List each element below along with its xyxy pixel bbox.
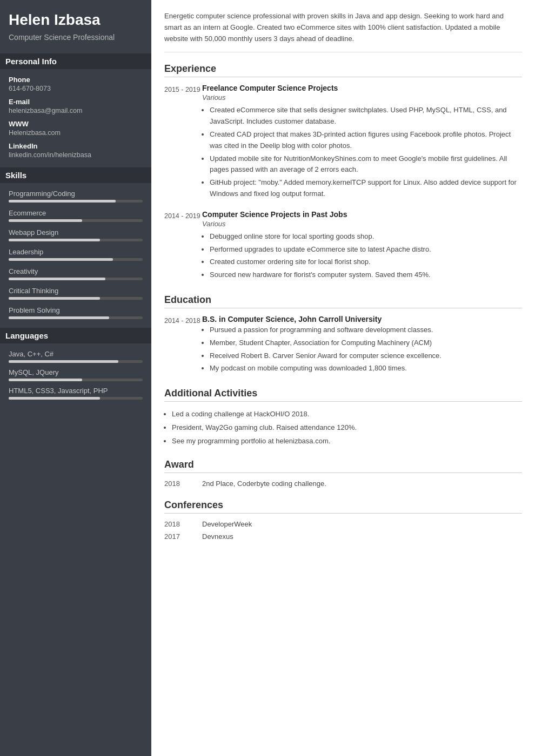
exp-date: 2015 - 2019: [164, 84, 202, 201]
lang-bar-bg: [9, 397, 143, 400]
experience-title: Experience: [164, 63, 522, 77]
skill-item: Critical Thinking: [9, 287, 143, 300]
skill-label: Critical Thinking: [9, 287, 143, 295]
www-label: WWW: [9, 120, 143, 128]
exp-content: Computer Science Projects in Past Jobs V…: [202, 210, 522, 282]
www-value: Helenizbasa.com: [9, 129, 143, 137]
bullet-item: Sourced new hardware for florist's compu…: [210, 269, 522, 281]
additional-section: Additional Activities Led a coding chall…: [164, 388, 522, 447]
skill-label: Leadership: [9, 248, 143, 256]
lang-bar-bg: [9, 360, 143, 363]
bullet-item: Created customer ordering site for local…: [210, 256, 522, 268]
edu-content: B.S. in Computer Science, John Carroll U…: [202, 315, 522, 376]
email-label: E-mail: [9, 98, 143, 106]
bullet-item: Received Robert B. Carver Senior Award f…: [210, 350, 522, 362]
bullet-item: Debugged online store for local sporting…: [210, 231, 522, 242]
award-value: 2nd Place, Coderbyte coding challenge.: [202, 480, 522, 488]
summary-text: Energetic computer science professional …: [164, 11, 522, 52]
lang-label: Java, C++, C#: [9, 350, 143, 358]
education-item: 2014 - 2018 B.S. in Computer Science, Jo…: [164, 315, 522, 376]
skills-list: Programming/Coding Ecommerce Webapp Desi…: [9, 190, 143, 319]
language-item: HTML5, CSS3, Javascript, PHP: [9, 387, 143, 400]
skills-section-title: Skills: [0, 167, 151, 183]
candidate-title: Computer Science Professional: [9, 32, 143, 43]
conf-value: Devnexus: [202, 532, 522, 541]
award-title: Award: [164, 459, 522, 473]
bullet-item: Performed upgrades to update eCommerce s…: [210, 244, 522, 255]
additional-bullet: President, Way2Go gaming club. Raised at…: [172, 422, 522, 434]
linkedin-label: LinkedIn: [9, 142, 143, 150]
bullet-item: GitHub project: "moby." Added memory.ker…: [210, 177, 522, 200]
lang-bar-bg: [9, 379, 143, 381]
bullet-item: Created CAD project that makes 3D-printe…: [210, 129, 522, 152]
exp-title: Freelance Computer Science Projects: [202, 84, 522, 92]
bullet-item: My podcast on mobile computing was downl…: [210, 363, 522, 374]
conf-date: 2018: [164, 520, 202, 528]
additional-bullets: Led a coding challenge at HackOHI/O 2018…: [164, 408, 522, 447]
skill-item: Programming/Coding: [9, 190, 143, 202]
skill-label: Ecommerce: [9, 209, 143, 217]
skill-item: Creativity: [9, 267, 143, 280]
skill-bar-bg: [9, 297, 143, 300]
additional-bullet: See my programming portfolio at helenizb…: [172, 435, 522, 447]
skill-bar-fill: [9, 200, 116, 202]
lang-bar-fill: [9, 397, 100, 400]
edu-date: 2014 - 2018: [164, 315, 202, 376]
exp-bullets: Created eCommerce site that sells design…: [202, 105, 522, 199]
bullet-item: Member, Student Chapter, Association for…: [210, 338, 522, 349]
education-title: Education: [164, 294, 522, 308]
bullet-item: Created eCommerce site that sells design…: [210, 105, 522, 127]
skill-label: Webapp Design: [9, 228, 143, 237]
award-item: 2018 2nd Place, Coderbyte coding challen…: [164, 480, 522, 488]
award-list: 2018 2nd Place, Coderbyte coding challen…: [164, 480, 522, 488]
languages-list: Java, C++, C# MySQL, JQuery HTML5, CSS3,…: [9, 350, 143, 400]
skill-bar-fill: [9, 258, 113, 261]
experience-item: 2014 - 2019 Computer Science Projects in…: [164, 210, 522, 282]
bullet-item: Updated mobile site for NutritionMonkeyS…: [210, 153, 522, 176]
exp-date: 2014 - 2019: [164, 210, 202, 282]
personal-info-section-title: Personal Info: [0, 53, 151, 69]
skill-bar-bg: [9, 316, 143, 319]
lang-bar-fill: [9, 360, 118, 363]
conf-value: DeveloperWeek: [202, 520, 522, 528]
exp-subtitle: Various: [202, 93, 522, 102]
award-section: Award 2018 2nd Place, Coderbyte coding c…: [164, 459, 522, 488]
exp-subtitle: Various: [202, 220, 522, 228]
experience-item: 2015 - 2019 Freelance Computer Science P…: [164, 84, 522, 201]
phone-label: Phone: [9, 76, 143, 84]
skill-label: Programming/Coding: [9, 190, 143, 198]
linkedin-value: linkedin.com/in/helenizbasa: [9, 151, 143, 159]
skill-item: Ecommerce: [9, 209, 143, 222]
conf-date: 2017: [164, 532, 202, 541]
education-list: 2014 - 2018 B.S. in Computer Science, Jo…: [164, 315, 522, 376]
conferences-list: 2018 DeveloperWeek 2017 Devnexus: [164, 520, 522, 541]
skill-item: Problem Solving: [9, 306, 143, 319]
lang-label: MySQL, JQuery: [9, 368, 143, 376]
lang-label: HTML5, CSS3, Javascript, PHP: [9, 387, 143, 395]
skill-bar-fill: [9, 239, 100, 241]
phone-value: 614-670-8073: [9, 85, 143, 92]
main-content: Energetic computer science professional …: [151, 0, 535, 756]
skill-bar-bg: [9, 200, 143, 202]
skill-bar-bg: [9, 219, 143, 222]
skill-label: Problem Solving: [9, 306, 143, 314]
conferences-section: Conferences 2018 DeveloperWeek 2017 Devn…: [164, 500, 522, 541]
exp-title: Computer Science Projects in Past Jobs: [202, 210, 522, 219]
edu-title: B.S. in Computer Science, John Carroll U…: [202, 315, 522, 323]
additional-title: Additional Activities: [164, 388, 522, 402]
award-date: 2018: [164, 480, 202, 488]
skill-bar-bg: [9, 278, 143, 280]
edu-bullets: Pursued a passion for programming and so…: [202, 325, 522, 374]
conference-item: 2018 DeveloperWeek: [164, 520, 522, 528]
additional-bullet: Led a coding challenge at HackOHI/O 2018…: [172, 408, 522, 420]
skill-label: Creativity: [9, 267, 143, 275]
skill-bar-fill: [9, 219, 82, 222]
exp-content: Freelance Computer Science Projects Vari…: [202, 84, 522, 201]
skill-bar-fill: [9, 316, 109, 319]
skill-bar-bg: [9, 258, 143, 261]
language-item: Java, C++, C#: [9, 350, 143, 363]
lang-bar-fill: [9, 379, 82, 381]
email-value: helenizbasa@gmail.com: [9, 107, 143, 114]
experience-list: 2015 - 2019 Freelance Computer Science P…: [164, 84, 522, 282]
sidebar: Helen Izbasa Computer Science Profession…: [0, 0, 151, 756]
